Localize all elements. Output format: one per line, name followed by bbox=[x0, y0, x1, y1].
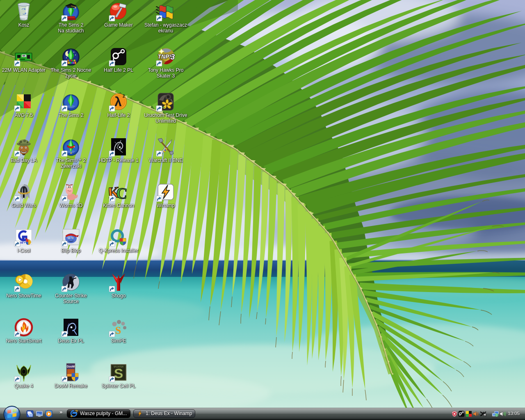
svg-text:2: 2 bbox=[123, 94, 125, 98]
svg-text:DooM: DooM bbox=[67, 365, 75, 368]
svg-text:MK: MK bbox=[23, 55, 26, 57]
svg-text:3: 3 bbox=[171, 52, 175, 61]
svg-text:S: S bbox=[114, 365, 123, 381]
svg-text:C: C bbox=[116, 184, 128, 202]
svg-text:S: S bbox=[115, 324, 121, 336]
svg-text:λ: λ bbox=[114, 94, 122, 109]
